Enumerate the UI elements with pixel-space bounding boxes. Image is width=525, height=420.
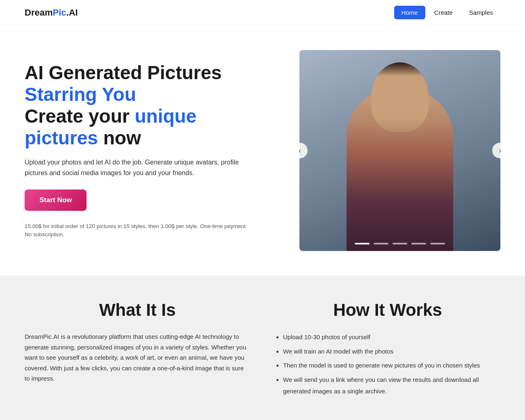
- hero-line2: Starring You: [25, 84, 136, 105]
- hero-line3-suffix: now: [98, 127, 141, 148]
- info-section: What It Is DreamPic.AI is a revolutionar…: [0, 276, 525, 420]
- hero-description: Upload your photos and let AI do the job…: [25, 157, 254, 178]
- step-1: Upload 10-30 photos of yourself: [283, 331, 500, 343]
- how-it-works-list: Upload 10-30 photos of yourself We will …: [275, 331, 500, 397]
- hero-section: AI Generated Pictures Starring You Creat…: [0, 25, 525, 276]
- carousel-image: [299, 50, 500, 251]
- hero-title: AI Generated Pictures Starring You Creat…: [25, 62, 254, 149]
- what-it-is-text: DreamPic.AI is a revolutionary platform …: [25, 331, 250, 384]
- logo-pic: Pic: [52, 7, 66, 18]
- nav-home[interactable]: Home: [394, 6, 425, 19]
- carousel-image-container: [299, 50, 500, 251]
- nav-samples[interactable]: Samples: [462, 6, 500, 19]
- carousel-dot-3[interactable]: [393, 243, 407, 244]
- logo-ai: .AI: [66, 7, 78, 18]
- start-now-button[interactable]: Start Now: [25, 189, 87, 211]
- how-it-works-panel: How It Works Upload 10-30 photos of your…: [275, 300, 500, 400]
- carousel-dot-1[interactable]: [355, 243, 370, 244]
- step-2: We will train an AI model with the photo…: [283, 346, 500, 358]
- carousel-dot-5[interactable]: [430, 243, 445, 244]
- info-grid: What It Is DreamPic.AI is a revolutionar…: [25, 300, 500, 400]
- nav-links: Home Create Samples: [394, 6, 500, 19]
- pricing-note: 15.00$ for initial order of 120 pictures…: [25, 222, 254, 239]
- step-3: Then the model is used to generate new p…: [283, 360, 500, 372]
- navbar: DreamPic.AI Home Create Samples: [0, 0, 525, 25]
- carousel-dot-2[interactable]: [374, 243, 388, 244]
- logo-dream: Dream: [25, 7, 52, 18]
- carousel-prev-button[interactable]: ‹: [292, 143, 308, 158]
- nav-create[interactable]: Create: [427, 6, 460, 19]
- hero-text: AI Generated Pictures Starring You Creat…: [25, 62, 254, 239]
- what-it-is-title: What It Is: [25, 300, 250, 320]
- hero-line3-prefix: Create your: [25, 105, 135, 127]
- carousel-dot-4[interactable]: [411, 243, 426, 244]
- carousel: ‹ ›: [299, 50, 500, 251]
- step-4: We will send you a link where you can vi…: [283, 374, 500, 397]
- logo: DreamPic.AI: [25, 7, 78, 18]
- carousel-next-button[interactable]: ›: [492, 143, 508, 158]
- hero-line1: AI Generated Pictures: [25, 62, 222, 83]
- how-it-works-title: How It Works: [275, 300, 500, 320]
- carousel-dots: [355, 243, 445, 244]
- what-it-is-panel: What It Is DreamPic.AI is a revolutionar…: [25, 300, 250, 400]
